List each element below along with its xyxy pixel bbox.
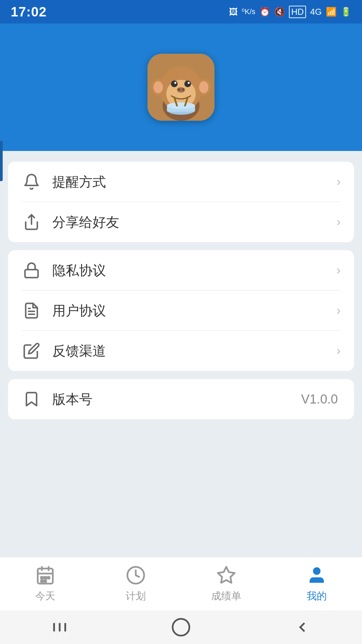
menu-item-terms[interactable]: 用户协议 ›: [8, 290, 354, 331]
svg-rect-32: [45, 580, 46, 582]
svg-point-4: [154, 81, 163, 93]
svg-point-13: [178, 88, 180, 91]
version-value: V1.0.0: [301, 392, 338, 407]
nav-item-mine[interactable]: 我的: [272, 565, 362, 603]
share-arrow: ›: [337, 215, 341, 229]
menu-group-1: 提醒方式 › 分享给好友 ›: [8, 162, 354, 242]
svg-point-39: [173, 619, 189, 636]
share-icon: [21, 212, 42, 232]
svg-point-14: [182, 88, 184, 91]
svg-point-10: [174, 82, 176, 84]
status-time: 17:02: [11, 4, 47, 19]
status-icon-hd: HD: [289, 6, 306, 18]
svg-point-9: [184, 80, 191, 87]
nav-item-grades[interactable]: 成绩单: [181, 565, 272, 603]
svg-point-35: [313, 568, 320, 575]
svg-point-8: [171, 80, 178, 87]
svg-rect-31: [41, 580, 43, 582]
menu-item-reminder[interactable]: 提醒方式 ›: [8, 162, 354, 202]
svg-rect-29: [45, 577, 46, 579]
terms-arrow: ›: [337, 304, 341, 318]
menu-item-version: 版本号 V1.0.0: [8, 379, 354, 419]
calendar-icon: [35, 565, 56, 586]
status-icon-mute: 🔇: [274, 7, 285, 17]
sys-back-button[interactable]: [294, 619, 311, 636]
svg-point-17: [167, 102, 195, 109]
menu-item-privacy[interactable]: 隐私协议 ›: [8, 250, 354, 290]
menu-group-3: 版本号 V1.0.0: [8, 379, 354, 419]
app-icon: [147, 54, 215, 121]
status-icon-image: 🖼: [229, 7, 238, 17]
status-icon-alarm: ⏰: [259, 7, 270, 17]
monkey-illustration: [147, 54, 215, 121]
status-icon-battery: 🔋: [341, 7, 351, 17]
sys-nav: [0, 610, 362, 644]
svg-point-6: [199, 81, 208, 93]
status-icons: 🖼 ⁰K/s ⏰ 🔇 HD 4G 📶 🔋: [229, 6, 351, 18]
nav-label-today: 今天: [35, 589, 55, 603]
share-label: 分享给好友: [52, 213, 337, 231]
person-icon: [306, 565, 327, 586]
svg-rect-30: [48, 577, 50, 579]
nav-item-today[interactable]: 今天: [0, 565, 90, 603]
bell-icon: [21, 172, 42, 192]
sys-home-button[interactable]: [171, 617, 191, 637]
document-icon: [21, 301, 42, 321]
terms-label: 用户协议: [52, 302, 337, 320]
status-icon-signal: 📶: [326, 7, 337, 17]
menu-item-feedback[interactable]: 反馈渠道 ›: [8, 331, 354, 371]
content-area: 提醒方式 › 分享给好友 › 隐私协议 › 用户协议 ›: [0, 151, 362, 430]
lock-icon: [21, 260, 42, 280]
nav-label-grades: 成绩单: [211, 589, 241, 603]
edit-icon: [21, 341, 42, 361]
header-area: [0, 23, 362, 151]
clock-icon: [125, 565, 146, 586]
nav-label-plan: 计划: [126, 589, 146, 603]
privacy-label: 隐私协议: [52, 261, 337, 280]
svg-rect-28: [41, 577, 43, 579]
svg-point-11: [188, 82, 190, 84]
left-edge-indicator: [0, 141, 3, 181]
sys-recent-button[interactable]: [51, 619, 68, 636]
menu-item-share[interactable]: 分享给好友 ›: [8, 202, 354, 242]
reminder-arrow: ›: [337, 175, 341, 189]
feedback-arrow: ›: [337, 344, 341, 358]
reminder-label: 提醒方式: [52, 173, 337, 191]
nav-item-plan[interactable]: 计划: [90, 565, 181, 603]
privacy-arrow: ›: [337, 263, 341, 277]
status-icon-network: ⁰K/s: [242, 7, 255, 16]
menu-group-2: 隐私协议 › 用户协议 › 反馈渠道 ›: [8, 250, 354, 371]
bookmark-icon: [21, 389, 42, 409]
bottom-nav: 今天 计划 成绩单 我的: [0, 557, 362, 610]
status-icon-4g: 4G: [310, 7, 322, 17]
svg-marker-34: [218, 567, 235, 583]
svg-rect-21: [25, 270, 38, 278]
version-label: 版本号: [52, 390, 301, 409]
nav-label-mine: 我的: [307, 589, 327, 603]
status-bar: 17:02 🖼 ⁰K/s ⏰ 🔇 HD 4G 📶 🔋: [0, 0, 362, 23]
star-icon: [216, 565, 237, 586]
feedback-label: 反馈渠道: [52, 342, 337, 360]
